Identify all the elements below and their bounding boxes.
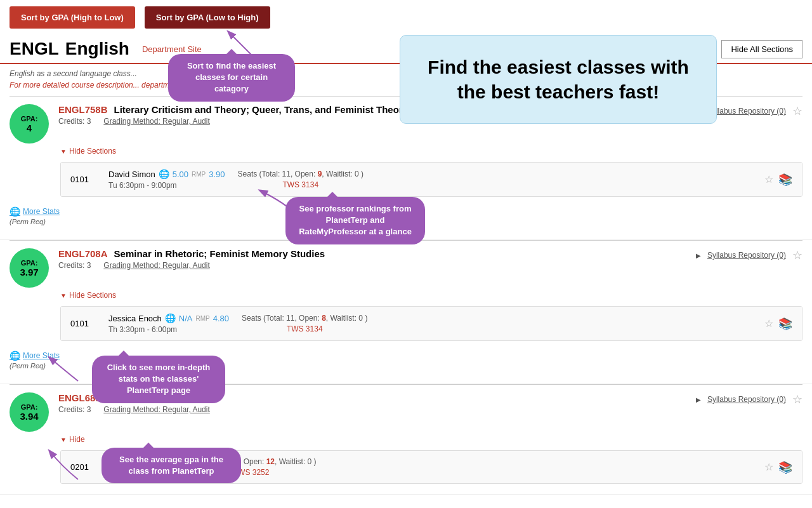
course-info-2: ENGL708A Seminar in Rhetoric; Feminist M…	[58, 248, 325, 270]
info-box: Find the easiest classes with the best t…	[400, 35, 717, 124]
grading-method: Grading Method: Regular, Audit	[103, 117, 209, 126]
dept-code: ENGL	[10, 39, 59, 59]
tooltip-planetterp: Click to see more in-depth stats on the …	[92, 356, 225, 403]
globe-icon: 🌐	[159, 169, 169, 179]
book-icon-2[interactable]: 📚	[778, 317, 792, 331]
prof-ratings-row-2: Jessica Enoch 🌐 N/A RMP 4.80	[108, 313, 229, 323]
gpa-label-2: GPA:	[21, 259, 38, 267]
favorite-star-2[interactable]: ☆	[792, 248, 802, 262]
hide-arrow-icon-2: ▼	[60, 292, 67, 299]
dept-name: English	[65, 39, 129, 59]
pt-rating-2: N/A	[179, 314, 193, 323]
hide-sections-button-3[interactable]: ▼ Hide	[60, 435, 85, 444]
globe-small-icon-2: 🌐	[10, 351, 20, 361]
course-meta-2: Credits: 3 Grading Method: Regular, Audi…	[58, 261, 325, 270]
prof-ratings-row: David Simon 🌐 5.00 RMP 3.90	[108, 169, 225, 179]
more-stats-link[interactable]: 🌐 More Stats	[10, 206, 60, 217]
section-star[interactable]: ☆	[764, 173, 773, 185]
credits-3: Credits: 3	[58, 405, 91, 414]
prof-name-2: Jessica Enoch	[108, 314, 162, 323]
seats-block-2: Seats (Total: 11, Open: 8, Waitlist: 0 )…	[242, 314, 367, 333]
course-right-2: ▶ Syllabus Repository (0) ☆	[696, 248, 802, 262]
sections-table-2: 0101 Jessica Enoch 🌐 N/A RMP 4.80 Th 3:3…	[60, 306, 802, 341]
tooltip-sort: Sort to find the easiest classes for cer…	[168, 54, 295, 102]
section-star-3[interactable]: ☆	[764, 461, 773, 473]
table-row: 0101 David Simon 🌐 5.00 RMP 3.90 Tu 6:30…	[61, 163, 802, 196]
section-actions-2: ☆ 📚	[764, 317, 792, 331]
course-title-row: ENGL758B Literary Criticism and Theory; …	[58, 104, 408, 115]
info-box-text: Find the easiest classes with the best t…	[428, 57, 689, 102]
tooltip-rankings: See professor rankings from PlanetTerp a…	[285, 197, 425, 244]
course-right-3: ▶ Syllabus Repository (0) ☆	[696, 392, 802, 406]
hide-sections-button-2[interactable]: ▼ Hide Sections	[60, 291, 116, 300]
gpa-label: GPA:	[21, 115, 38, 123]
sort-low-button[interactable]: Sort by GPA (Low to High)	[145, 6, 270, 29]
time-info: Tu 6:30pm - 9:00pm	[108, 181, 225, 190]
gpa-circle-3: GPA: 3.94	[10, 392, 49, 432]
syllabus-link[interactable]: Syllabus Repository (0)	[707, 107, 786, 116]
grading-method-3: Grading Method: Regular, Audit	[103, 405, 209, 414]
table-row-2: 0101 Jessica Enoch 🌐 N/A RMP 4.80 Th 3:3…	[61, 307, 802, 340]
seats-block: Seats (Total: 11, Open: 9, Waitlist: 0 )…	[238, 170, 363, 189]
seats-open-3: 12	[266, 457, 275, 466]
course-code: ENGL758B	[58, 104, 108, 115]
more-stats: 🌐 More Stats (Perm Req)	[10, 203, 60, 231]
favorite-star-3[interactable]: ☆	[792, 392, 802, 406]
section-star-2[interactable]: ☆	[764, 318, 773, 330]
section-actions: ☆ 📚	[764, 173, 792, 187]
hide-sections-button[interactable]: ▼ Hide Sections	[60, 147, 116, 156]
gpa-circle: GPA: 4	[10, 104, 49, 144]
syllabus-triangle-3: ▶	[696, 396, 701, 403]
syllabus-triangle-2: ▶	[696, 252, 701, 259]
syllabus-link-3[interactable]: Syllabus Repository (0)	[707, 395, 786, 404]
sections-table: 0101 David Simon 🌐 5.00 RMP 3.90 Tu 6:30…	[60, 162, 802, 197]
seats-info: Seats (Total: 11, Open: 9, Waitlist: 0 )	[238, 170, 363, 178]
section-number-3: 0201	[70, 462, 96, 472]
hide-all-button[interactable]: Hide All Sections	[721, 40, 802, 58]
credits-2: Credits: 3	[58, 261, 91, 270]
course-left-2: GPA: 3.97 ENGL708A Seminar in Rhetoric; …	[10, 248, 325, 288]
time-info-2: Th 3:30pm - 6:00pm	[108, 325, 229, 334]
more-stats-link-2[interactable]: 🌐 More Stats	[10, 351, 60, 361]
course-title-2: Seminar in Rhetoric; Feminist Memory Stu…	[114, 248, 325, 259]
seats-info-2: Seats (Total: 11, Open: 8, Waitlist: 0 )	[242, 314, 367, 323]
section-content: David Simon 🌐 5.00 RMP 3.90 Tu 6:30pm - …	[108, 169, 752, 190]
book-icon-3[interactable]: 📚	[778, 460, 792, 474]
prof-name: David Simon	[108, 170, 155, 179]
section-number: 0101	[70, 175, 96, 184]
hide-arrow-icon-3: ▼	[60, 436, 67, 443]
tooltip-gpa: See the average gpa in the class from Pl…	[102, 448, 241, 483]
course-left: GPA: 4 ENGL758B Literary Criticism and T…	[10, 104, 408, 144]
gpa-circle-2: GPA: 3.97	[10, 248, 49, 288]
perm-req: (Perm Req)	[10, 218, 46, 225]
more-stats-2: 🌐 More Stats (Perm Req)	[10, 347, 60, 375]
dept-site-link[interactable]: Department Site	[142, 44, 202, 54]
gpa-value-2: 3.97	[20, 267, 38, 277]
hide-sections-row-2: ▼ Hide Sections	[10, 288, 802, 303]
gpa-value-3: 3.94	[20, 411, 38, 422]
hide-sections-row-3: ▼ Hide	[10, 432, 802, 447]
course-info: ENGL758B Literary Criticism and Theory; …	[58, 104, 408, 126]
prof-block: David Simon 🌐 5.00 RMP 3.90 Tu 6:30pm - …	[108, 169, 225, 190]
section-number-2: 0101	[70, 319, 96, 328]
book-icon[interactable]: 📚	[778, 173, 792, 187]
prof-block-2: Jessica Enoch 🌐 N/A RMP 4.80 Th 3:30pm -…	[108, 313, 229, 334]
seats-open-2: 8	[322, 314, 326, 323]
grading-method-2: Grading Method: Regular, Audit	[103, 261, 209, 270]
course-title: Literary Criticism and Theory; Queer, Tr…	[114, 104, 408, 115]
rmp-label: RMP	[192, 171, 206, 178]
globe-small-icon: 🌐	[10, 206, 20, 217]
gpa-value: 4	[27, 123, 32, 133]
hide-sections-row: ▼ Hide Sections	[10, 144, 802, 159]
course-title-row-2: ENGL708A Seminar in Rhetoric; Feminist M…	[58, 248, 325, 259]
favorite-star[interactable]: ☆	[792, 104, 802, 118]
globe-icon-2: 🌐	[165, 313, 176, 323]
top-bar: Sort by GPA (High to Low) Sort by GPA (L…	[0, 0, 812, 35]
sort-high-button[interactable]: Sort by GPA (High to Low)	[10, 6, 135, 29]
syllabus-link-2[interactable]: Syllabus Repository (0)	[707, 251, 786, 260]
credits: Credits: 3	[58, 117, 91, 126]
rmp-rating: 3.90	[209, 170, 225, 179]
course-meta: Credits: 3 Grading Method: Regular, Audi…	[58, 117, 408, 126]
section-content-2: Jessica Enoch 🌐 N/A RMP 4.80 Th 3:30pm -…	[108, 313, 752, 334]
rmp-rating-2: 4.80	[213, 314, 229, 323]
